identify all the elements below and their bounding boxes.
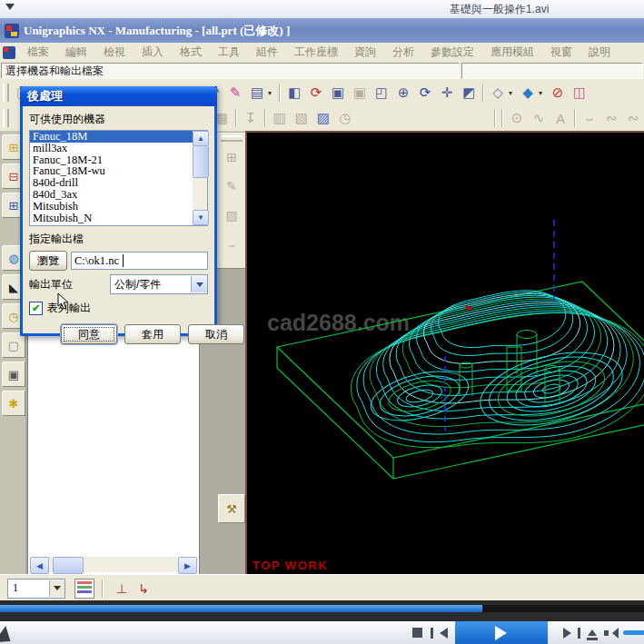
eject-button[interactable] — [583, 621, 601, 644]
watermark-text: cad2688.com — [267, 310, 410, 335]
format-painter-button[interactable]: ✎ — [224, 82, 246, 104]
layer-combobox[interactable]: 1 — [7, 579, 65, 599]
menu-wcs[interactable]: 工作座標 — [286, 45, 346, 60]
rotate-view-button[interactable]: ⟳ — [414, 82, 436, 104]
floating-toolbar: ⊞ ✎ ▧ ⌣ — [216, 133, 247, 269]
menu-analysis[interactable]: 分析 — [384, 45, 422, 60]
ok-button[interactable]: 同意 — [61, 324, 117, 344]
apply-button[interactable]: 套用 — [124, 324, 181, 344]
volume-slider[interactable] — [623, 630, 644, 635]
shaded-dropdown-icon[interactable]: ▾ — [539, 89, 547, 97]
listing-checkbox[interactable]: ✔ — [29, 302, 43, 315]
tool-axis-button[interactable]: ↧ — [240, 107, 262, 129]
wcs-display-button[interactable]: ⊥ — [111, 578, 133, 599]
scroll-left-button[interactable]: ◀ — [30, 557, 49, 574]
scroll-thumb-v[interactable] — [193, 145, 209, 178]
player-progress-bar[interactable] — [0, 600, 644, 621]
fit-view-button[interactable]: ▣ — [327, 82, 349, 104]
save-view-button[interactable]: ◩ — [458, 82, 480, 104]
floating-toolbar-grip[interactable] — [221, 135, 243, 142]
menu-file[interactable]: 檔案 — [19, 45, 57, 60]
pocket-button[interactable]: ⌣ — [579, 107, 600, 129]
progress-track[interactable] — [0, 605, 644, 612]
scroll-thumb[interactable] — [53, 557, 84, 574]
create-program-button[interactable]: ⌣ — [220, 231, 243, 258]
machine-item-selected[interactable]: Fanuc_18M — [30, 131, 207, 143]
generate-toolpath-button[interactable]: ▥ — [269, 107, 291, 129]
menu-window[interactable]: 視窗 — [542, 45, 580, 60]
swirl-button[interactable]: ∾ — [600, 107, 622, 129]
disable-highlight-button[interactable]: ⊘ — [547, 82, 569, 104]
scroll-up-button[interactable]: ▲ — [193, 131, 209, 146]
player-top-bar: 基礎與一般操作1.avi — [0, 0, 644, 19]
point-line-button[interactable]: ⊙ — [506, 107, 528, 129]
scroll-right-button[interactable]: ▶ — [178, 557, 197, 574]
wireframe-dropdown-icon[interactable]: ▾ — [509, 89, 517, 97]
machine-listbox[interactable]: Fanuc_18M mill3ax Fanuc_18M-21 Fanuc_18M… — [29, 130, 208, 226]
operation-list-button[interactable]: ▤ — [246, 82, 268, 104]
volume-icon[interactable] — [601, 621, 619, 644]
shaded-display-button[interactable]: ◆ — [517, 82, 539, 104]
wcs-dynamics-button[interactable]: ↳ — [133, 578, 154, 599]
create-geometry-button[interactable]: ✎ — [220, 173, 243, 200]
menu-view[interactable]: 檢視 — [95, 45, 134, 60]
layer-settings-icon[interactable] — [74, 579, 94, 599]
output-file-input[interactable]: C:\ok1.nc — [71, 252, 208, 270]
zoom-in-out-button[interactable]: ⊕ — [392, 82, 414, 104]
browse-button[interactable]: 瀏覽 — [29, 251, 67, 271]
new-palette-tab[interactable]: ✱ — [2, 391, 25, 416]
previous-button[interactable] — [429, 621, 449, 644]
menu-application[interactable]: 應用模組 — [482, 45, 542, 60]
stop-button[interactable] — [408, 621, 426, 644]
prompt-bar: 選擇機器和輸出檔案 — [0, 62, 644, 80]
play-button[interactable] — [455, 621, 548, 644]
dialog-titlebar[interactable]: 後處理 — [20, 86, 217, 106]
navigator-hscrollbar[interactable]: ◀ ▶ — [30, 557, 197, 572]
menu-preferences[interactable]: 參數設定 — [422, 45, 482, 60]
operation-list-dropdown-icon[interactable]: ▾ — [268, 89, 276, 97]
units-dropdown-icon[interactable] — [191, 276, 207, 292]
spline-button[interactable]: ∿ — [528, 107, 550, 129]
menu-information[interactable]: 資詢 — [346, 45, 384, 60]
machine-item[interactable]: Mitsubish — [30, 201, 207, 213]
simulate-button[interactable]: ◷ — [334, 107, 356, 129]
palette-tab[interactable]: ▣ — [2, 362, 25, 387]
zoom-fill-button[interactable]: ▣ — [349, 82, 371, 104]
verify-toolpath-button[interactable]: ▨ — [312, 107, 334, 129]
menu-help[interactable]: 說明 — [580, 45, 619, 60]
menu-insert[interactable]: 插入 — [134, 45, 172, 60]
machine-item[interactable]: mill3ax — [30, 143, 207, 154]
split-screen-button[interactable]: ◫ — [569, 82, 590, 104]
menu-format[interactable]: 格式 — [172, 45, 210, 60]
refresh-window-button[interactable]: ◧ — [283, 82, 305, 104]
view-label: TOP WORK — [253, 559, 328, 572]
toolbar-grip-2[interactable] — [3, 109, 9, 127]
regenerate-button[interactable]: ⟳ — [305, 82, 327, 104]
player-menu-caret-icon[interactable] — [5, 4, 15, 15]
menu-tools[interactable]: 工具 — [210, 45, 248, 60]
create-method-button[interactable]: ▧ — [220, 202, 243, 229]
menu-assemblies[interactable]: 組件 — [248, 45, 286, 60]
window-titlebar[interactable]: Unigraphics NX - Manufacturing - [all.pr… — [0, 18, 644, 43]
units-value: 公制/零件 — [111, 277, 191, 292]
scroll-down-button[interactable]: ▼ — [193, 210, 209, 225]
toolbar-grip[interactable] — [3, 84, 9, 102]
replay-toolpath-button[interactable]: ▧ — [291, 107, 312, 129]
zoom-window-button[interactable]: ◰ — [371, 82, 392, 104]
create-operation-button[interactable]: ⊞ — [220, 144, 243, 171]
graphics-viewport[interactable]: cad2688.com — [245, 131, 644, 576]
machine-item[interactable]: Mitsubish_N — [30, 213, 207, 224]
snap-point-button[interactable]: ⚒ — [218, 494, 245, 523]
layer-dropdown-icon[interactable] — [49, 580, 64, 597]
snap-point-icon: ⚒ — [226, 502, 237, 516]
freeform-button[interactable]: ∾ — [622, 107, 644, 129]
machine-list-scrollbar[interactable]: ▲ ▼ — [193, 131, 207, 225]
next-button[interactable] — [561, 621, 581, 644]
studio-spline-button[interactable]: A — [550, 107, 571, 129]
pan-button[interactable]: ✛ — [436, 82, 458, 104]
menu-edit[interactable]: 編輯 — [57, 45, 95, 60]
wireframe-display-button[interactable]: ◇ — [487, 82, 509, 104]
machine-item[interactable]: 840d_3ax — [30, 189, 207, 201]
units-combobox[interactable]: 公制/零件 — [110, 274, 208, 294]
cancel-button[interactable]: 取消 — [188, 324, 244, 344]
